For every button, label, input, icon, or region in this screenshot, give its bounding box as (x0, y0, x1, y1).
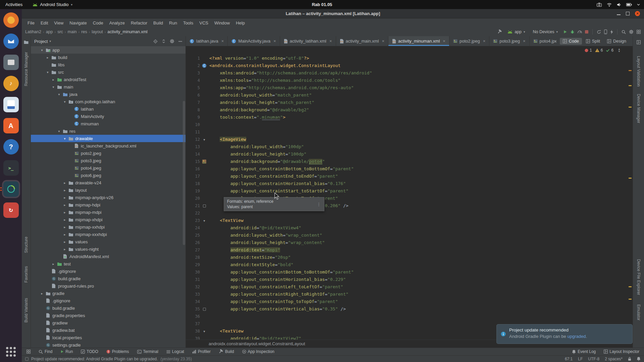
tool-window-todo[interactable]: TODO (81, 349, 98, 354)
tree-item-.gitignore[interactable]: .gitignore (31, 297, 185, 304)
tree-chevron-icon[interactable]: ▸ (62, 233, 67, 236)
tree-item-poto2.jpeg[interactable]: poto2.jpeg (31, 149, 185, 157)
gutter[interactable]: 27 (186, 248, 209, 252)
title-bar[interactable]: Latihan – activity_minuman.xml [Latihan.… (22, 9, 644, 18)
gutter[interactable]: 13 (186, 144, 209, 149)
tree-item-androidTest[interactable]: ▸androidTest (31, 76, 185, 83)
stop-button[interactable] (585, 30, 588, 34)
tab-poto2.jpeg[interactable]: poto2.jpeg× (449, 36, 489, 46)
tree-chevron-icon[interactable]: ▸ (45, 56, 50, 59)
code-line-30[interactable]: 30 app:layout_constraintBottom_toBottomO… (186, 268, 633, 276)
tree-item-local.properties[interactable]: local.properties (31, 334, 185, 341)
gutter-icon[interactable] (200, 204, 209, 207)
gutter[interactable]: 35 (186, 307, 209, 311)
code-line-8[interactable]: 8 android:background="@drawable/bg2" (186, 106, 633, 114)
resolved-count[interactable]: 6 (606, 48, 613, 53)
error-stripe-mark[interactable] (629, 70, 632, 71)
tree-item-src[interactable]: ▾src (31, 68, 185, 76)
inspections-widget[interactable]: 166▲▼ (585, 48, 621, 53)
debug-button[interactable] (570, 30, 575, 34)
window-layout-button[interactable] (637, 30, 641, 34)
tool-window-terminal[interactable]: Terminal (137, 349, 158, 354)
dock-item-software-updater[interactable]: ↻ (3, 202, 19, 218)
code-line-15[interactable]: 15 android:background="@drawable/poto4" (186, 158, 633, 165)
tree-item-mipmap-xhdpi[interactable]: ▸mipmap-xhdpi (31, 216, 185, 223)
error-stripe-mark[interactable] (629, 85, 632, 86)
profiler-button[interactable] (578, 30, 582, 34)
tree-item-values-night[interactable]: ▸values-night (31, 245, 185, 253)
tool-window-event-log[interactable]: Event Log (572, 349, 596, 354)
tree-item-main[interactable]: ▾main (31, 83, 185, 90)
code-line-5[interactable]: 5 xmlns:app="http://schemas.android.com/… (186, 84, 633, 92)
code-line-19[interactable]: 19 app:layout_constraintStart_toStartOf=… (186, 187, 633, 195)
breadcrumb-item[interactable]: activity_minuman.xml (107, 29, 147, 34)
tree-chevron-icon[interactable]: ▾ (62, 100, 67, 104)
file-encoding[interactable]: UTF-8 (588, 357, 599, 361)
project-scrollbar[interactable] (183, 101, 185, 245)
tree-item-AndroidManifest.xml[interactable]: AndroidManifest.xml (31, 253, 185, 260)
gutter[interactable]: 18 (186, 181, 209, 186)
panel-settings-button[interactable] (170, 39, 174, 44)
code-line-6[interactable]: 6 android:layout_width="match_parent" (186, 92, 633, 99)
menu-help[interactable]: Help (233, 20, 248, 25)
tree-item-test[interactable]: ▸test (31, 260, 185, 267)
code-line-9[interactable]: 9 tools:context=".minuman"> (186, 114, 633, 121)
gutter-icon[interactable]: ▾ (200, 138, 209, 141)
tree-item-com.poltekgo.latihan[interactable]: ▾com.poltekgo.latihan (31, 98, 185, 105)
gutter[interactable]: 11 (186, 130, 209, 134)
tree-chevron-icon[interactable]: ▸ (62, 181, 67, 185)
tool-window-problems[interactable]: Problems (106, 349, 129, 354)
gutter-icon[interactable]: ▾ (200, 219, 209, 223)
tree-chevron-icon[interactable]: ▾ (39, 48, 45, 52)
gutter[interactable]: 22 (186, 211, 209, 216)
gutter[interactable]: 4 (186, 78, 209, 83)
tree-chevron-icon[interactable]: ▸ (62, 188, 67, 192)
settings-button[interactable] (629, 29, 634, 34)
close-tab-icon[interactable]: × (382, 39, 384, 44)
menu-run[interactable]: Run (166, 20, 180, 25)
tree-chevron-icon[interactable]: ▸ (62, 218, 67, 222)
close-tab-icon[interactable]: × (523, 39, 526, 44)
gutter[interactable]: 28 (186, 255, 209, 260)
code-line-28[interactable]: 28 android:textSize="20sp" (186, 254, 633, 261)
tree-item-proguard-rules.pro[interactable]: proguard-rules.pro (31, 282, 185, 290)
code-line-4[interactable]: 4 xmlns:tools="http://schemas.android.co… (186, 77, 633, 84)
dock-item-android-studio[interactable] (3, 181, 19, 197)
stripe-structure[interactable]: Structure (24, 237, 29, 253)
gutter[interactable]: 32 (186, 285, 209, 289)
run-button[interactable] (563, 30, 567, 34)
expand-collapse-button[interactable] (162, 39, 166, 43)
stripe-layout-validation[interactable]: Layout Validation (636, 56, 641, 86)
code-line-1[interactable]: 1<?xml version="1.0" encoding="utf-8"?> (186, 55, 633, 62)
show-applications-button[interactable] (3, 344, 19, 359)
tree-chevron-icon[interactable]: ▸ (62, 196, 67, 199)
maximize-button[interactable] (626, 12, 630, 15)
close-button[interactable]: ✕ (635, 11, 640, 16)
project-stripe-icon[interactable] (24, 40, 29, 46)
tree-chevron-icon[interactable]: ▸ (51, 262, 56, 266)
tree-item-gradle[interactable]: ▸gradle (31, 290, 185, 297)
gutter[interactable]: 25 (186, 233, 209, 238)
tree-chevron-icon[interactable]: ▸ (39, 292, 45, 295)
tab-latihan.java[interactable]: Clatihan.java× (186, 36, 228, 46)
gutter[interactable]: 5 (186, 85, 209, 90)
code-line-3[interactable]: 3 xmlns:android="http://schemas.android.… (186, 69, 633, 77)
close-tab-icon[interactable]: × (221, 39, 224, 44)
code-line-24[interactable]: 24 android:id="@+id/textView4" (186, 224, 633, 232)
view-mode-design[interactable]: Design (604, 38, 629, 45)
gutter[interactable]: 23▾ (186, 218, 209, 223)
dock-item-firefox[interactable] (3, 12, 19, 28)
dock-item-ubuntu-software[interactable]: A (3, 118, 19, 133)
tree-item-app[interactable]: ▾app (31, 46, 185, 54)
close-tab-icon[interactable]: × (483, 39, 486, 44)
tree-item-libs[interactable]: libs (31, 61, 185, 68)
error-stripe-mark[interactable] (629, 286, 632, 287)
tree-item-mipmap-xxxhdpi[interactable]: ▸mipmap-xxxhdpi (31, 231, 185, 238)
gutter[interactable]: 37 (186, 321, 209, 326)
readonly-lock-button[interactable] (628, 357, 631, 361)
gutter-icon[interactable] (200, 308, 209, 311)
gutter[interactable]: 36 (186, 314, 209, 319)
tree-chevron-icon[interactable]: ▸ (62, 203, 67, 207)
menu-file[interactable]: File (24, 20, 38, 25)
code-line-2[interactable]: 2C<androidx.constraintlayout.widget.Cons… (186, 62, 633, 69)
